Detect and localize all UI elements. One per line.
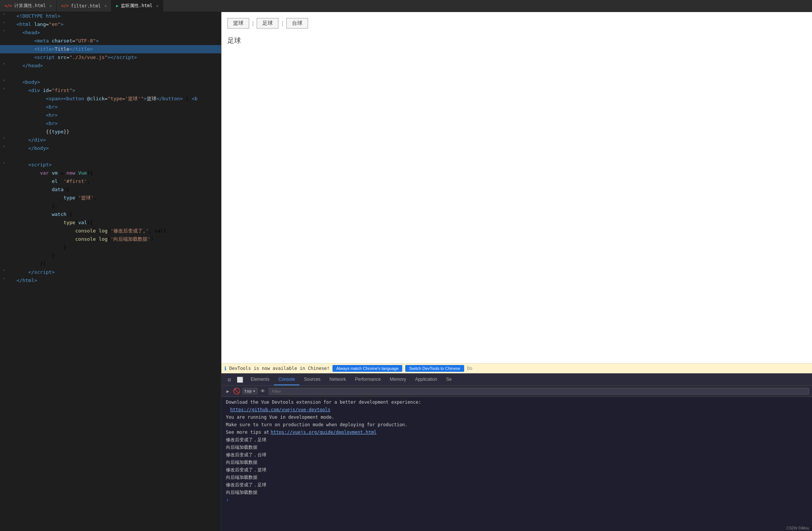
console-clear-icon[interactable]: 🚫 (233, 388, 240, 395)
fold-arrow-19[interactable]: ▾ (2, 161, 7, 165)
line-content-26: type(val){ (15, 219, 220, 227)
notify-btn-always[interactable]: Always match Chrome's language (332, 365, 402, 372)
tab-listen[interactable]: ▶ 监听属性.html ✕ (111, 0, 163, 12)
line-gutter-19: ▾ (2, 161, 15, 165)
line-content-24: }, (15, 202, 220, 210)
fold-arrow-32[interactable]: ▾ (2, 268, 7, 272)
html-icon-2: </> (61, 3, 69, 8)
line-gutter-3: ▾ (2, 29, 15, 33)
device-toggle-icon[interactable]: ⬜ (235, 375, 245, 385)
console-prompt[interactable]: › (221, 496, 812, 504)
btn-billiards[interactable]: 台球 (286, 18, 308, 29)
code-line-25: watch:{ (0, 210, 221, 219)
html-icon: </> (5, 3, 12, 8)
btn-soccer[interactable]: 足球 (257, 18, 278, 29)
console-text-4: Make sure to turn on production mode whe… (226, 421, 408, 428)
sep-2: | (278, 18, 286, 29)
code-line-15: {{type}} (0, 128, 221, 136)
tab-filter-label: filter.html (71, 3, 101, 9)
console-msg-8: 修改后变成了，台球 (221, 451, 812, 459)
tab-memory[interactable]: Memory (385, 374, 411, 385)
tab-security[interactable]: Se (442, 374, 456, 385)
notify-btn-switch[interactable]: Switch DevTools to Chinese (405, 365, 464, 372)
console-play-icon[interactable]: ▶ (224, 388, 231, 395)
tab-sources[interactable]: Sources (299, 374, 325, 385)
line-content-27: console.log('修改后变成了,', val) (15, 227, 220, 235)
code-line-10: ▾ <div id="first"> (0, 86, 221, 95)
tab-calc-label: 计算属性.html (14, 3, 46, 9)
tab-calc-close[interactable]: ✕ (50, 4, 52, 8)
fold-arrow-17[interactable]: ▾ (2, 144, 7, 148)
code-line-17: ▾ </body> (0, 144, 221, 152)
console-context-select[interactable]: top ▾ (242, 388, 257, 394)
tab-filter[interactable]: </> filter.html ✕ (57, 0, 111, 12)
line-gutter-16: ▾ (2, 136, 15, 140)
tab-console[interactable]: Console (274, 374, 299, 385)
tab-performance[interactable]: Performance (350, 374, 385, 385)
line-gutter-1: ▾ (2, 12, 15, 16)
fold-arrow-9[interactable]: ▾ (2, 78, 7, 82)
line-content-21: el: '#first', (15, 177, 220, 186)
fold-arrow-33[interactable]: ▾ (2, 276, 7, 281)
tab-listen-close[interactable]: ✕ (156, 4, 158, 8)
console-msg-5: See more tips at https://vuejs.org/guide… (221, 428, 812, 436)
tab-elements[interactable]: Elements (246, 374, 274, 385)
btn-basketball[interactable]: 篮球 (227, 18, 249, 29)
info-icon: ℹ (224, 365, 226, 371)
line-content-5: <title>Title</title> (15, 45, 220, 53)
line-content-28: console.log('向后端加载数据') (15, 235, 220, 243)
fold-arrow-16[interactable]: ▾ (2, 136, 7, 140)
console-output: Download the Vue Devtools extension for … (221, 397, 812, 531)
chevron-down-icon: ▾ (253, 389, 256, 394)
console-text-9: 向后端加载数据 (226, 459, 257, 466)
line-content-14: <br> (15, 119, 220, 128)
console-msg-1: Download the Vue Devtools extension for … (221, 398, 812, 406)
tab-application[interactable]: Application (411, 374, 442, 385)
line-content-3: <head> (15, 29, 220, 37)
code-line-19: ▾ <script> (0, 161, 221, 169)
fold-arrow-2[interactable]: ▾ (2, 20, 7, 24)
fold-arrow-10[interactable]: ▾ (2, 86, 7, 91)
console-top-label: top (244, 389, 252, 394)
console-msg-4: Make sure to turn on production mode whe… (221, 421, 812, 428)
code-line-16: ▾ </div> (0, 136, 221, 144)
tab-calc[interactable]: </> 计算属性.html ✕ (0, 0, 57, 12)
watermark: CSDN ©iMou (786, 526, 809, 530)
fold-arrow-7[interactable]: ▾ (2, 62, 7, 66)
console-msg-11: 向后端加载数据 (221, 474, 812, 481)
inspect-element-icon[interactable]: ⊡ (224, 375, 234, 385)
editor-tab-bar: </> 计算属性.html ✕ </> filter.html ✕ ▶ 监听属性… (0, 0, 812, 12)
console-text-8: 修改后变成了，台球 (226, 451, 266, 458)
code-line-14: <br> (0, 119, 221, 128)
console-msg-6: 修改后变成了，足球 (221, 436, 812, 444)
fold-arrow-1[interactable]: ▾ (2, 12, 7, 16)
vue-icon: ▶ (116, 3, 119, 8)
line-content-10: <div id="first"> (15, 86, 220, 95)
console-link-1[interactable]: https://github.com/vuejs/vue-devtools (230, 406, 330, 413)
line-content-2: <html lang="en"> (15, 20, 220, 29)
console-text-11: 向后端加载数据 (226, 474, 257, 481)
tab-network[interactable]: Network (325, 374, 350, 385)
code-line-21: el: '#first', (0, 177, 221, 186)
code-line-7: ▾ </head> (0, 62, 221, 70)
line-content-9: <body> (15, 78, 220, 86)
line-content-29: } (15, 243, 220, 252)
tab-filter-close[interactable]: ✕ (104, 4, 107, 8)
console-filter-input[interactable] (269, 388, 809, 395)
console-link-2[interactable]: https://vuejs.org/guide/deployment.html (271, 429, 377, 436)
code-line-30: } (0, 252, 221, 260)
code-line-4: <meta charset="UTF-8"> (0, 37, 221, 45)
code-line-5: <title>Title</title> (0, 45, 221, 53)
code-editor[interactable]: ▾<!DOCTYPE html>▾<html lang="en">▾ <head… (0, 12, 221, 531)
console-msg-9: 向后端加载数据 (221, 459, 812, 466)
code-line-23: type:'篮球', (0, 194, 221, 202)
line-content-12: <br> (15, 103, 220, 111)
console-text-3: You are running Vue in development mode. (226, 414, 334, 421)
devtools-icons: ⊡ ⬜ (223, 375, 246, 385)
line-content-17: </body> (15, 144, 220, 152)
code-line-9: ▾ <body> (0, 78, 221, 86)
console-eye-icon[interactable]: 👁 (260, 388, 266, 395)
code-line-32: ▾ </script> (0, 268, 221, 276)
preview-buttons-row: 篮球 | 足球 | 台球 (227, 18, 806, 29)
fold-arrow-3[interactable]: ▾ (2, 29, 7, 33)
